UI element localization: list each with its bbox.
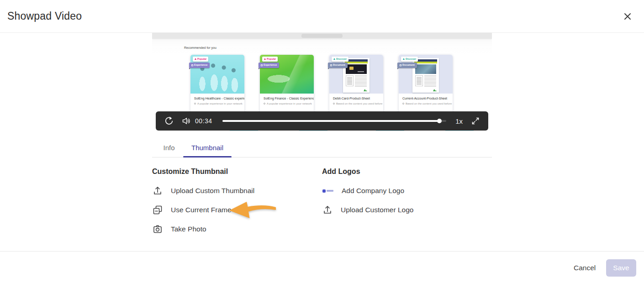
document-badge: Document <box>328 63 348 68</box>
document-badge: Document <box>397 63 417 68</box>
content-card-healthcare: Popular Experience SolEng Healthcare - C… <box>190 55 244 114</box>
video-progress-bar[interactable] <box>222 120 447 122</box>
flame-icon <box>264 58 266 60</box>
card-subtitle: Based on the content you used before <box>329 101 383 106</box>
card-subtitle: A popular experience in your network <box>190 101 244 106</box>
discover-icon <box>333 58 335 60</box>
fullscreen-icon[interactable] <box>471 116 480 126</box>
upload-custom-thumbnail-button[interactable]: Upload Custom Thumbnail <box>152 181 322 200</box>
content-card-finance: Popular Experience SolEng Finance - Clas… <box>260 55 314 114</box>
video-browser-bar <box>152 33 492 39</box>
card-title: SolEng Finance - Classic Experienc... <box>260 94 314 101</box>
replay-icon[interactable] <box>164 116 174 126</box>
volume-icon[interactable] <box>181 116 191 126</box>
playback-speed[interactable]: 1x <box>455 117 463 125</box>
close-icon[interactable] <box>621 10 634 23</box>
card-subtitle: Based on the content you used before <box>399 101 453 106</box>
option-label: Upload Custom Thumbnail <box>171 187 254 195</box>
lightbulb-icon <box>264 103 265 105</box>
thumbnail-options: Customize Thumbnail Upload Custom Thumbn… <box>152 168 413 239</box>
video-preview[interactable]: Recommended for you Popular Experience S… <box>152 33 492 131</box>
content-card-current-account: Discover Document Current-Account-Produc… <box>399 55 453 114</box>
customize-thumbnail-heading: Customize Thumbnail <box>152 168 322 178</box>
card-title: Current-Account-Product-Sheet <box>399 94 453 101</box>
discover-badge: Discover <box>332 57 348 62</box>
tab-info[interactable]: Info <box>155 138 183 157</box>
camera-icon <box>152 224 163 235</box>
save-button[interactable]: Save <box>606 259 636 277</box>
upload-customer-logo-button[interactable]: Upload Customer Logo <box>322 200 413 220</box>
content-card-debit-card: Discover Document Debit-Card-Product-She… <box>329 55 383 114</box>
add-logos-heading: Add Logos <box>322 168 413 178</box>
card-title: SolEng Healthcare - Classic experie... <box>190 94 244 101</box>
add-logos-section: Add Logos Add Company Logo Upload Custom… <box>322 168 413 239</box>
upload-icon <box>322 204 333 215</box>
experience-badge: Experience <box>189 63 210 68</box>
video-controls: 00:34 1x <box>156 111 488 131</box>
modal-header: Showpad Video <box>0 0 644 33</box>
video-card-row: Popular Experience SolEng Healthcare - C… <box>190 55 453 114</box>
experience-icon <box>261 64 263 66</box>
upload-icon <box>152 185 163 196</box>
add-company-logo-button[interactable]: Add Company Logo <box>322 181 413 200</box>
popular-badge: Popular <box>193 57 208 62</box>
footer-divider <box>0 251 644 252</box>
take-photo-button[interactable]: Take Photo <box>152 220 322 239</box>
experience-badge: Experience <box>259 63 279 68</box>
company-logo-icon <box>322 189 333 193</box>
video-section-label: Recommended for you <box>184 46 216 49</box>
frames-icon <box>152 204 163 215</box>
use-current-frame-button[interactable]: Use Current Frame <box>152 200 322 220</box>
discover-icon <box>403 58 405 60</box>
option-label: Add Company Logo <box>342 187 404 195</box>
card-subtitle: A popular experience in your network <box>260 101 314 106</box>
option-label: Take Photo <box>171 225 206 233</box>
video-timestamp: 00:34 <box>195 117 212 125</box>
experience-icon <box>191 64 193 66</box>
page-title: Showpad Video <box>7 10 82 22</box>
flame-icon <box>195 58 196 60</box>
customize-thumbnail-section: Customize Thumbnail Upload Custom Thumbn… <box>152 168 322 239</box>
card-title: Debit-Card-Product-Sheet <box>329 94 383 101</box>
tab-thumbnail[interactable]: Thumbnail <box>183 138 232 157</box>
video-url-pill <box>301 34 343 38</box>
popular-badge: Popular <box>262 57 278 62</box>
option-label: Use Current Frame <box>171 206 232 214</box>
progress-handle[interactable] <box>437 119 442 123</box>
discover-badge: Discover <box>401 57 418 62</box>
option-label: Upload Customer Logo <box>341 206 413 214</box>
document-icon <box>330 64 332 66</box>
cancel-button[interactable]: Cancel <box>568 259 601 277</box>
document-icon <box>400 64 401 66</box>
tab-bar: Info Thumbnail <box>152 138 492 157</box>
lightbulb-icon <box>194 103 196 105</box>
lightbulb-icon <box>333 103 335 105</box>
lightbulb-icon <box>402 103 404 105</box>
video-progress-fill <box>222 120 440 122</box>
